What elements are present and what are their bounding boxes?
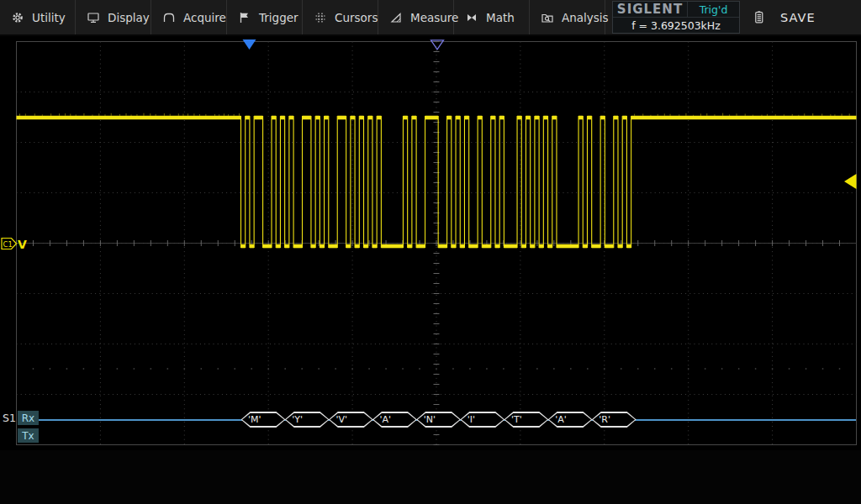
measure-icon bbox=[389, 11, 403, 24]
menu-items: UtilityDisplayAcquireTriggerCursorsMeasu… bbox=[0, 0, 605, 34]
gear-icon bbox=[11, 11, 24, 24]
logo-status-box: SIGLENT Trig'd f = 3.692503kHz bbox=[612, 1, 740, 34]
cursors-icon bbox=[314, 11, 327, 24]
svg-text:V: V bbox=[18, 238, 27, 251]
analysis-icon bbox=[541, 11, 554, 24]
menu-item-utility[interactable]: Utility bbox=[0, 0, 76, 34]
menu-item-measure[interactable]: Measure bbox=[378, 0, 454, 34]
frequency-counter: f = 3.692503kHz bbox=[613, 18, 739, 33]
menu-item-label: Analysis bbox=[562, 11, 609, 24]
top-menu-bar: UtilityDisplayAcquireTriggerCursorsMeasu… bbox=[0, 0, 861, 36]
menu-item-label: Display bbox=[108, 11, 150, 24]
waveform-display: C1V bbox=[0, 0, 861, 504]
menu-item-label: Measure bbox=[410, 11, 458, 24]
menu-item-label: Cursors bbox=[335, 11, 378, 24]
save-button-label: SAVE bbox=[780, 11, 816, 24]
trigger-level-marker[interactable] bbox=[844, 174, 857, 189]
markers: C1V bbox=[2, 39, 857, 251]
acquire-icon bbox=[162, 11, 176, 24]
menu-item-math[interactable]: Math bbox=[454, 0, 530, 34]
trigger-status-badge: Trig'd bbox=[688, 2, 739, 17]
math-icon bbox=[465, 11, 478, 24]
menu-item-label: Acquire bbox=[183, 11, 226, 24]
clipboard-icon bbox=[752, 9, 766, 25]
menu-item-trigger[interactable]: Trigger bbox=[227, 0, 303, 34]
menu-item-label: Utility bbox=[32, 11, 66, 24]
trigger-flag-icon bbox=[238, 11, 251, 24]
menu-item-label: Trigger bbox=[259, 11, 298, 24]
menu-item-display[interactable]: Display bbox=[76, 0, 151, 34]
siglent-logo: SIGLENT bbox=[613, 2, 688, 17]
menu-item-analysis[interactable]: Analysis bbox=[530, 0, 605, 34]
menu-item-label: Math bbox=[486, 11, 515, 24]
menu-item-acquire[interactable]: Acquire bbox=[151, 0, 227, 34]
channel1-offset-marker[interactable]: C1V bbox=[2, 238, 27, 251]
display-icon bbox=[87, 11, 100, 24]
bottom-status-bar: C1 DC1M 10X 2.00V/div FULL 0.00V Timebas… bbox=[0, 450, 861, 504]
trigger-position-marker[interactable] bbox=[243, 39, 256, 50]
menu-item-cursors[interactable]: Cursors bbox=[303, 0, 378, 34]
oscilloscope-screen: C1V S1 Rx Tx 'M''Y''V''A''N''I''T''A''R'… bbox=[0, 0, 861, 504]
svg-text:C1: C1 bbox=[3, 240, 13, 249]
graticule bbox=[17, 42, 857, 445]
channel1-trace bbox=[17, 113, 857, 248]
save-button[interactable]: SAVE bbox=[752, 0, 816, 34]
